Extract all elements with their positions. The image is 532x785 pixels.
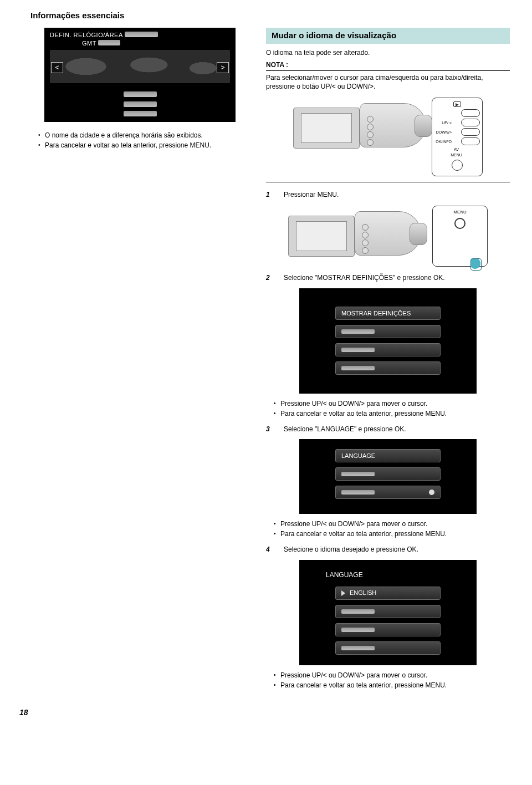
menu-item-blur bbox=[335, 325, 441, 338]
menu-item-blur bbox=[335, 623, 441, 636]
menu-ring-button bbox=[452, 160, 463, 171]
label-ok: OK/INFO bbox=[434, 139, 453, 144]
nota-text: Para selecionar/mover o cursor para cima… bbox=[266, 73, 510, 91]
nota-label: NOTA : bbox=[266, 60, 510, 69]
label-menu: MENU bbox=[448, 152, 467, 157]
menu-item-blur bbox=[335, 641, 441, 655]
step-number: 2 bbox=[266, 273, 276, 282]
page-header: Informações essenciais bbox=[30, 10, 510, 21]
lcd-bottom-placeholders bbox=[44, 89, 236, 119]
step-4: 4 Selecione o idioma desejado e pression… bbox=[266, 545, 510, 554]
left-bullet-1: O nome da cidade e a diferença horária s… bbox=[38, 131, 249, 140]
world-map-graphic bbox=[50, 50, 230, 83]
step3-bullets: Pressione UP/< ou DOWN/> para mover o cu… bbox=[274, 519, 510, 538]
step2-bullet-a: Pressione UP/< ou DOWN/> para mover o cu… bbox=[274, 399, 510, 408]
left-bullet-2: Para cancelar e voltar ao tela anterior,… bbox=[38, 141, 249, 150]
play-icon bbox=[453, 101, 461, 107]
step-3-text: Selecione "LANGUAGE" e pressione OK. bbox=[284, 425, 510, 434]
step-number: 1 bbox=[266, 190, 276, 199]
section-intro: O idioma na tela pode ser alterado. bbox=[266, 48, 510, 57]
menu-press-panel: MENU bbox=[432, 206, 488, 267]
step3-bullet-b: Para cancelar e voltar ao tela anterior,… bbox=[274, 529, 510, 538]
camcorder-diagram-2: MENU bbox=[266, 206, 510, 267]
right-column: Mudar o idioma de visualização O idioma … bbox=[266, 28, 510, 691]
blur-placeholder bbox=[125, 32, 158, 37]
step-2-text: Selecione "MOSTRAR DEFINIÇÕES" e pressio… bbox=[284, 273, 510, 282]
menu-item-blur bbox=[335, 343, 441, 356]
step2-bullets: Pressione UP/< ou DOWN/> para mover o cu… bbox=[274, 399, 510, 418]
step4-bullet-b: Para cancelar e voltar ao tela anterior,… bbox=[274, 681, 510, 690]
label-up: UP/ < bbox=[434, 120, 453, 125]
menu-small-label: MENU bbox=[436, 210, 484, 216]
blur-placeholder bbox=[98, 40, 120, 45]
device-menu-2: LANGUAGE bbox=[299, 439, 477, 514]
menu-item-blur bbox=[335, 467, 441, 481]
menu-item-english[interactable]: ENGLISH bbox=[335, 587, 441, 600]
ok-button bbox=[461, 137, 480, 145]
menu-ring-icon bbox=[454, 218, 466, 229]
left-column: DEFIN. RELÓGIO/ÁREA GMT < > O nome da ci… bbox=[30, 28, 249, 691]
step-1: 1 Pressionar MENU. bbox=[266, 190, 510, 199]
menu-item-blur bbox=[335, 361, 441, 375]
menu-item-mostrar[interactable]: MOSTRAR DEFINIÇÕES bbox=[335, 307, 441, 320]
lcd-title: DEFIN. RELÓGIO/ÁREA bbox=[50, 32, 122, 38]
down-button bbox=[461, 128, 480, 136]
lcd-gmt: GMT bbox=[82, 40, 96, 47]
up-button bbox=[461, 119, 480, 126]
label-down: DOWN/> bbox=[434, 130, 453, 135]
page-number: 18 bbox=[19, 707, 28, 718]
nav-left-icon[interactable]: < bbox=[51, 62, 63, 73]
menu-item-language[interactable]: LANGUAGE bbox=[335, 449, 441, 462]
nav-right-icon[interactable]: > bbox=[217, 62, 229, 73]
nota-divider bbox=[266, 70, 510, 71]
step2-bullet-b: Para cancelar e voltar ao tela anterior,… bbox=[274, 409, 510, 418]
step4-bullet-a: Pressione UP/< ou DOWN/> para mover o cu… bbox=[274, 671, 510, 680]
left-info-bullets: O nome da cidade e a diferença horária s… bbox=[38, 131, 249, 150]
label-av: AV bbox=[448, 147, 467, 152]
menu-item-blur bbox=[335, 486, 441, 499]
play-marker-icon bbox=[341, 590, 345, 596]
clock-area-screen: DEFIN. RELÓGIO/ÁREA GMT < > bbox=[44, 28, 236, 122]
menu-item-blur bbox=[335, 605, 441, 618]
step-3: 3 Selecione "LANGUAGE" e pressione OK. bbox=[266, 425, 510, 434]
section-heading: Mudar o idioma de visualização bbox=[266, 28, 510, 43]
step4-bullets: Pressione UP/< ou DOWN/> para mover o cu… bbox=[274, 671, 510, 690]
step-number: 4 bbox=[266, 545, 276, 554]
camcorder-diagram-1: UP/ < DOWN/> OK/INFO AV MENU bbox=[266, 98, 510, 176]
separator bbox=[266, 182, 510, 182]
device-menu-1: MOSTRAR DEFINIÇÕES bbox=[299, 288, 477, 394]
step-1-text: Pressionar MENU. bbox=[284, 190, 510, 199]
step3-bullet-a: Pressione UP/< ou DOWN/> para mover o cu… bbox=[274, 519, 510, 528]
device-menu-3: LANGUAGE ENGLISH bbox=[299, 560, 477, 665]
menu-title-language: LANGUAGE bbox=[326, 570, 363, 579]
step-number: 3 bbox=[266, 425, 276, 434]
side-button-panel: UP/ < DOWN/> OK/INFO AV MENU bbox=[432, 98, 483, 176]
step-4-text: Selecione o idioma desejado e pressione … bbox=[284, 545, 510, 554]
top-pill bbox=[461, 109, 480, 117]
step-2: 2 Selecione "MOSTRAR DEFINIÇÕES" e press… bbox=[266, 273, 510, 282]
